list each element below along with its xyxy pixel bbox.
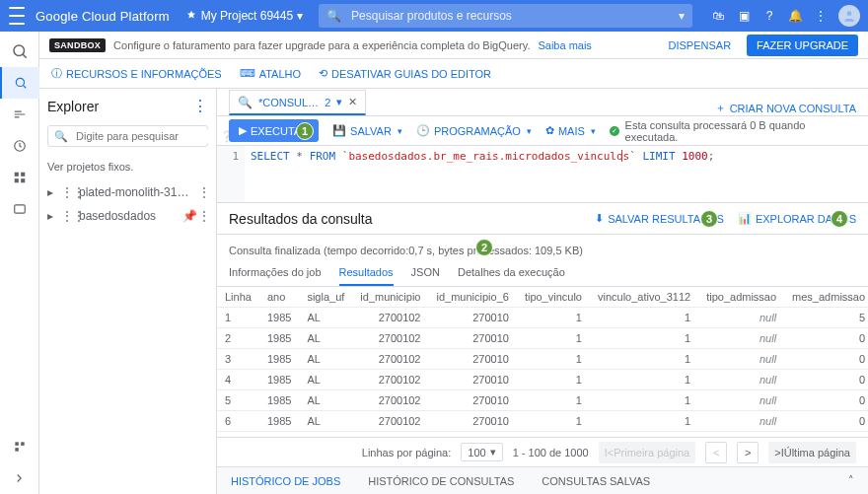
chart-icon: 📊 (738, 212, 752, 225)
table-cell: 0 (784, 328, 868, 349)
gcp-search[interactable]: 🔍 ▾ (319, 4, 692, 28)
dismiss-button[interactable]: DISPENSAR (661, 39, 740, 51)
table-cell: 2700102 (352, 349, 428, 370)
table-row[interactable]: 11985AL270010227001011null50nullnull (217, 308, 868, 328)
hamburger-icon[interactable] (8, 7, 26, 25)
editor-tab[interactable]: 🔍 *CONSUL… 2 ▾ ✕ (229, 90, 366, 115)
table-cell: 1985 (259, 370, 299, 390)
download-icon: ⬇ (595, 212, 604, 225)
fixed-projects-hint[interactable]: Ver projetos fixos. (47, 161, 208, 173)
first-page-button[interactable]: I< Primeira página (599, 442, 696, 463)
last-page-button[interactable]: >I Última página (768, 442, 856, 463)
result-tabs: Informações do job Resultados JSON Detal… (217, 260, 868, 287)
column-header[interactable]: id_municipio (352, 287, 428, 308)
sandbox-link[interactable]: Saiba mais (538, 39, 591, 51)
project-tree: ▸ ⋮⋮ plated-monolith-314914 ⋮ ▸ ⋮⋮ based… (47, 180, 208, 228)
history-icon[interactable] (0, 130, 39, 162)
column-header[interactable]: mes_admissao (784, 287, 868, 308)
resources-link[interactable]: ⓘRECURSOS E INFORMAÇÕES (51, 66, 222, 81)
saved-queries-tab[interactable]: CONSULTAS SALVAS (542, 475, 650, 487)
column-header[interactable]: Linha (217, 287, 259, 308)
new-query-button[interactable]: ＋ CRIAR NOVA CONSULTA (715, 101, 856, 115)
table-row[interactable]: 61985AL270010227001011null00nullnull (217, 411, 868, 432)
table-cell: null (698, 349, 784, 370)
editor-tab-label: *CONSUL… (258, 97, 319, 108)
tab-json[interactable]: JSON (411, 260, 440, 286)
column-header[interactable]: tipo_admissao (698, 287, 784, 308)
schedule-button[interactable]: 🕒PROGRAMAÇÃO (416, 124, 532, 137)
upgrade-button[interactable]: FAZER UPGRADE (747, 35, 858, 56)
dashboard-icon[interactable] (0, 162, 39, 193)
more-icon[interactable]: ⋮ (813, 8, 829, 24)
chevron-down-icon[interactable]: ▾ (336, 96, 342, 108)
table-cell: 1 (517, 370, 590, 390)
column-header[interactable]: vinculo_ativo_3112 (590, 287, 698, 308)
explorer-search[interactable]: 🔍 ❔ (47, 125, 208, 147)
expand-icon[interactable]: ▸ (47, 185, 57, 199)
table-cell: 1985 (259, 411, 299, 432)
project-picker[interactable]: My Project 69445 ▾ (180, 5, 309, 27)
chevron-down-icon[interactable]: ▾ (679, 9, 685, 23)
card-icon[interactable] (0, 193, 39, 225)
column-header[interactable]: ano (259, 287, 299, 308)
column-header[interactable]: sigla_uf (299, 287, 352, 308)
more-button[interactable]: ✿MAIS (545, 124, 596, 137)
row-more-icon[interactable]: ⋮ (198, 185, 208, 199)
shortcut-link[interactable]: ⌨ATALHO (240, 67, 301, 80)
project-icon: ⋮⋮ (61, 185, 75, 199)
table-cell: 2700102 (352, 390, 428, 411)
marketplace-icon[interactable] (0, 431, 39, 462)
close-tab-icon[interactable]: ✕ (348, 96, 357, 108)
save-button[interactable]: 💾SALVAR (332, 124, 402, 137)
column-header[interactable]: tipo_vinculo (517, 287, 590, 308)
sql-editor[interactable]: 1 SELECT * FROM `basedosdados.br_me_rais… (217, 146, 868, 203)
settings-sliders-icon[interactable] (0, 99, 39, 130)
project-row[interactable]: ▸ ⋮⋮ plated-monolith-314914 ⋮ (47, 180, 208, 204)
table-cell: null (698, 308, 784, 328)
expand-icon[interactable]: ▸ (47, 209, 57, 223)
editor-main: 🔍 *CONSUL… 2 ▾ ✕ ＋ CRIAR NOVA CONSULTA ▶… (217, 89, 868, 494)
project-name: My Project 69445 (201, 9, 293, 23)
next-page-button[interactable]: > (737, 442, 759, 463)
collapse-icon[interactable] (0, 462, 39, 494)
gcp-search-input[interactable] (349, 8, 671, 24)
help-icon[interactable]: ? (761, 8, 777, 24)
tab-exec-details[interactable]: Detalhes da execução (458, 260, 565, 286)
explorer-search-input[interactable] (74, 129, 214, 143)
bigquery-icon[interactable] (0, 35, 39, 67)
disable-tabs-link[interactable]: ⟲DESATIVAR GUIAS DO EDITOR (319, 67, 491, 80)
tab-results[interactable]: Resultados (339, 260, 394, 286)
check-icon: ✓ (610, 126, 619, 136)
account-avatar[interactable] (838, 5, 860, 27)
sql-workspace-icon[interactable] (0, 67, 39, 99)
prev-page-button[interactable]: < (705, 442, 727, 463)
column-header[interactable]: id_municipio_6 (428, 287, 516, 308)
svg-point-1 (14, 45, 25, 56)
table-row[interactable]: 41985AL270010227001011null00nullnull (217, 370, 868, 390)
project-row[interactable]: ▸ ⋮⋮ basedosdados 📌 ⋮ (47, 204, 208, 228)
console-icon[interactable]: ▣ (736, 8, 752, 24)
chevron-down-icon: ▾ (490, 446, 496, 459)
job-history-tab[interactable]: HISTÓRICO DE JOBS (231, 475, 340, 487)
rows-per-page-select[interactable]: 100▾ (461, 443, 502, 461)
tab-job-info[interactable]: Informações do job (229, 260, 322, 286)
sql-code[interactable]: SELECT * FROM `basedosdados.br_me_rais.m… (245, 146, 720, 202)
pin-icon[interactable]: 📌 (182, 209, 194, 223)
chevron-down-icon: ▾ (297, 9, 303, 23)
table-row[interactable]: 31985AL270010227001011null00nullnull (217, 349, 868, 370)
table-cell: 5 (784, 308, 868, 328)
table-row[interactable]: 51985AL270010227001011null00nullnull (217, 390, 868, 411)
explorer-more-icon[interactable]: ⋮ (192, 97, 208, 115)
query-history-tab[interactable]: HISTÓRICO DE CONSULTAS (368, 475, 514, 487)
expand-up-icon[interactable]: ˄ (848, 474, 854, 487)
line-gutter: 1 (217, 146, 245, 202)
svg-rect-5 (21, 173, 25, 176)
row-more-icon[interactable]: ⋮ (198, 209, 208, 223)
paginator: Linhas por página: 100▾ 1 - 100 de 1000 … (217, 437, 868, 466)
notifications-icon[interactable]: 🔔 (787, 8, 803, 24)
svg-rect-11 (15, 448, 19, 452)
table-cell: 4 (217, 370, 259, 390)
table-row[interactable]: 21985AL270010227001011null00nullnull (217, 328, 868, 349)
data-table-wrap[interactable]: Linhaanosigla_ufid_municipioid_municipio… (217, 287, 868, 437)
gift-icon[interactable]: 🛍 (710, 8, 726, 24)
